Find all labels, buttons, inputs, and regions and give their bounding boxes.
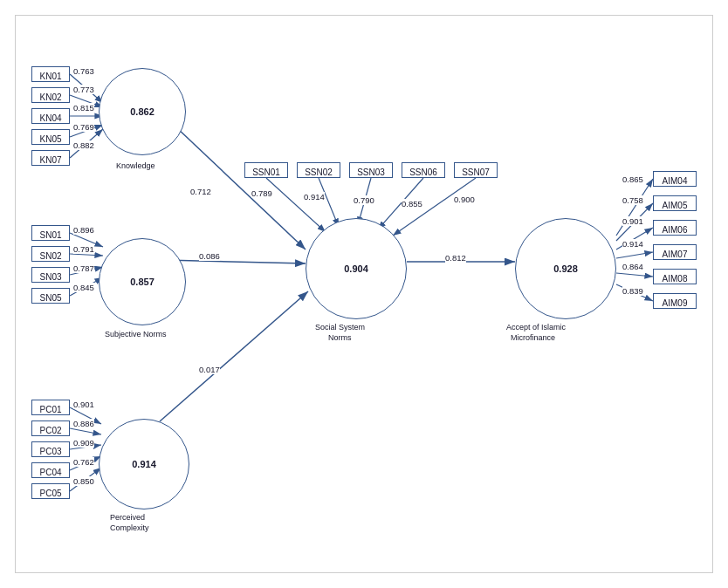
node-SN01: SN01 (31, 225, 70, 241)
sn-value: 0.857 (130, 277, 155, 287)
label-pc01: 0.901 (73, 400, 94, 409)
node-KN02: KN02 (31, 87, 70, 103)
node-KN01: KN01 (31, 66, 70, 82)
node-KN05: KN05 (31, 129, 70, 145)
label-kn07: 0.882 (73, 140, 94, 150)
label-kn-ssn: 0.712 (190, 187, 211, 196)
node-KN04: KN04 (31, 108, 70, 124)
node-KN07: KN07 (31, 150, 70, 166)
label-aim09: 0.839 (622, 286, 643, 296)
label-ssn06: 0.855 (402, 199, 422, 209)
label-aim04: 0.865 (622, 174, 643, 184)
label-aim07: 0.914 (622, 239, 643, 249)
aim-value: 0.928 (553, 263, 578, 274)
node-SN02: SN02 (31, 246, 70, 262)
label-sn03: 0.787 (73, 263, 94, 273)
label-pc-ssn: 0.017 (199, 365, 220, 374)
node-AIM07: AIM07 (653, 244, 697, 260)
node-SSN01: SSN01 (244, 162, 288, 178)
label-sn05: 0.845 (73, 283, 94, 292)
circle-subjective-norms: 0.857 (99, 238, 186, 325)
pc-label2: Complexity (110, 523, 149, 532)
aim-label2: Microfinance (511, 333, 555, 342)
diagram-container: KN01 KN02 KN04 KN05 KN07 0.763 0.773 0.8… (15, 15, 713, 573)
ssn-label2: Norms (328, 333, 352, 342)
node-SSN02: SSN02 (297, 162, 340, 178)
svg-line-22 (160, 291, 308, 421)
label-pc03: 0.909 (73, 438, 94, 448)
circle-ssn: 0.904 (306, 218, 407, 319)
circle-aim: 0.928 (515, 218, 616, 319)
circle-knowledge: 0.862 (99, 68, 186, 155)
label-aim08: 0.864 (622, 262, 643, 271)
knowledge-label: Knowledge (116, 161, 155, 170)
ssn-value: 0.904 (344, 263, 368, 274)
label-sn02: 0.791 (73, 244, 94, 254)
label-kn02: 0.773 (73, 85, 94, 94)
svg-line-20 (160, 112, 306, 250)
label-sn-ssn: 0.086 (199, 251, 220, 261)
node-AIM04: AIM04 (653, 171, 697, 187)
svg-line-7 (70, 254, 103, 256)
node-SN05: SN05 (31, 288, 70, 304)
node-SSN07: SSN07 (454, 162, 498, 178)
ssn-label: Social System (315, 323, 365, 332)
label-ssn02: 0.914 (304, 192, 325, 202)
node-PC01: PC01 (31, 400, 70, 415)
node-PC04: PC04 (31, 462, 70, 478)
node-AIM09: AIM09 (653, 293, 697, 309)
label-aim05: 0.758 (622, 195, 643, 205)
node-SN03: SN03 (31, 267, 70, 283)
pc-value: 0.914 (132, 459, 156, 469)
label-ssn07: 0.900 (454, 195, 475, 204)
label-ssn01: 0.789 (251, 188, 272, 198)
svg-line-15 (266, 178, 326, 232)
label-ssn-aim: 0.812 (445, 253, 466, 263)
svg-line-28 (616, 273, 653, 277)
node-SSN03: SSN03 (349, 162, 393, 178)
svg-line-11 (70, 428, 101, 434)
label-pc02: 0.886 (73, 419, 94, 428)
circle-perceived-complexity: 0.914 (99, 419, 189, 509)
node-PC03: PC03 (31, 441, 70, 457)
svg-line-16 (319, 178, 339, 227)
node-AIM05: AIM05 (653, 195, 697, 211)
node-AIM08: AIM08 (653, 269, 697, 284)
node-PC05: PC05 (31, 483, 70, 499)
svg-line-27 (616, 252, 653, 258)
aim-label: Accept of Islamic (506, 323, 566, 332)
node-PC02: PC02 (31, 420, 70, 436)
node-AIM06: AIM06 (653, 220, 697, 236)
knowledge-value: 0.862 (130, 106, 155, 117)
label-pc05: 0.850 (73, 476, 94, 486)
label-kn05: 0.769 (73, 122, 94, 132)
svg-line-24 (616, 179, 653, 236)
svg-line-21 (164, 260, 306, 263)
label-sn01: 0.896 (73, 225, 94, 235)
node-SSN06: SSN06 (402, 162, 445, 178)
label-pc04: 0.762 (73, 457, 94, 467)
label-kn04: 0.815 (73, 103, 94, 113)
label-kn01: 0.763 (73, 66, 94, 76)
label-aim06: 0.901 (622, 216, 643, 226)
pc-label: Perceived (110, 513, 145, 522)
sn-label: Subjective Norms (105, 330, 167, 338)
label-ssn03: 0.790 (354, 195, 374, 205)
